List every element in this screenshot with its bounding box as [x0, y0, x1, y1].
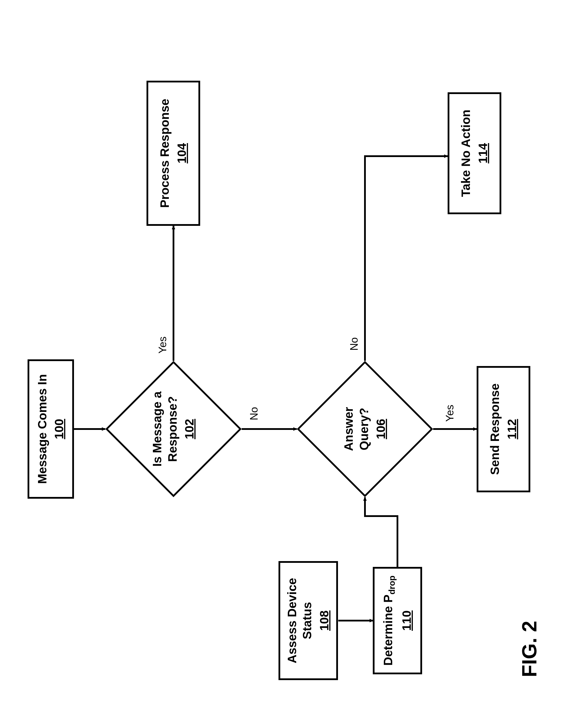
edge-label-106-yes: Yes: [444, 405, 456, 422]
node-label-line1: Answer: [341, 407, 356, 451]
node-label: Send Response: [487, 383, 503, 475]
node-determine-pdrop: Determine Pdrop 110: [373, 567, 422, 674]
node-assess-device-status: Assess Device Status 108: [279, 561, 338, 680]
edge-label-106-no: No: [348, 337, 360, 351]
node-label-line2: Response?: [165, 396, 181, 462]
node-label: Process Response: [157, 99, 173, 208]
node-ref: 108: [317, 610, 332, 631]
node-take-no-action: Take No Action 114: [448, 92, 501, 214]
node-label-line2: Status: [300, 602, 315, 639]
edge-label-102-yes: Yes: [157, 336, 169, 354]
node-message-comes-in: Message Comes In 100: [28, 359, 74, 499]
node-ref: 114: [475, 143, 491, 163]
figure-label: FIG. 2: [518, 621, 541, 677]
edge-label-102-no: No: [248, 407, 260, 420]
node-label: Determine Pdrop: [381, 576, 397, 666]
node-label-line2: Query?: [356, 408, 372, 450]
node-ref: 100: [52, 419, 67, 439]
node-send-response: Send Response 112: [477, 366, 530, 492]
node-ref: 104: [174, 143, 190, 163]
node-ref: 102: [182, 419, 197, 439]
node-label-line1: Is Message a: [150, 391, 165, 466]
node-process-response: Process Response 104: [147, 81, 200, 226]
node-is-message-response: Is Message a Response? 102: [105, 361, 242, 497]
node-label: Message Comes In: [35, 374, 50, 484]
node-ref: 106: [373, 419, 389, 439]
node-label: Take No Action: [458, 109, 474, 197]
node-answer-query: Answer Query? 106: [297, 361, 433, 497]
node-label-line1: Assess Device: [284, 578, 300, 663]
node-ref: 112: [504, 419, 520, 439]
node-ref: 110: [399, 610, 414, 631]
